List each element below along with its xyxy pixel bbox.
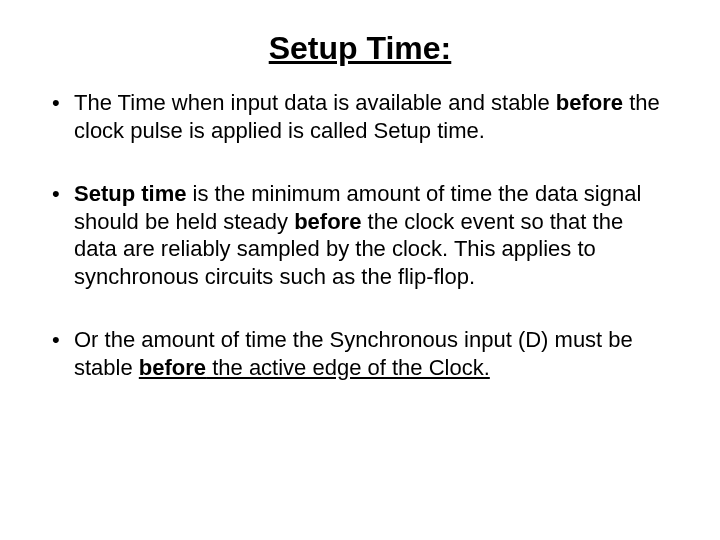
bold-text: before [294, 209, 367, 234]
bold-underline-text: before [139, 355, 206, 380]
bold-text: Setup time [74, 181, 193, 206]
bold-text: before [556, 90, 629, 115]
list-item: Setup time is the minimum amount of time… [48, 180, 672, 290]
slide: Setup Time: The Time when input data is … [0, 0, 720, 540]
list-item: The Time when input data is available an… [48, 89, 672, 144]
bullet-list: The Time when input data is available an… [48, 89, 672, 381]
list-item: Or the amount of time the Synchronous in… [48, 326, 672, 381]
text: The Time when input data is available an… [74, 90, 556, 115]
slide-title: Setup Time: [48, 30, 672, 67]
underline-text: the active edge of the Clock. [206, 355, 490, 380]
